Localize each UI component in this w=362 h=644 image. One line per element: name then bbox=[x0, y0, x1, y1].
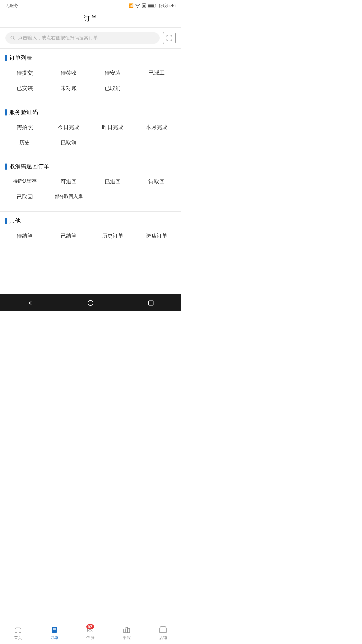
grid-item-今日完成[interactable]: 今日完成 bbox=[47, 120, 90, 135]
status-time: 傍晚5:46 bbox=[159, 3, 176, 9]
section-cancel-return-header: 取消需退回订单 bbox=[0, 157, 181, 174]
section-indicator-4 bbox=[5, 218, 7, 224]
battery-icon bbox=[148, 3, 157, 8]
search-placeholder: 点击输入，或点右侧按钮扫码搜索订单 bbox=[18, 35, 98, 41]
grid-item-已取回[interactable]: 已取回 bbox=[3, 190, 47, 205]
section-others-header: 其他 bbox=[0, 212, 181, 229]
grid-item-昨日完成[interactable]: 昨日完成 bbox=[90, 120, 134, 135]
wifi-icon bbox=[135, 3, 140, 8]
section-order-list-title: 订单列表 bbox=[9, 54, 32, 62]
sim-icon bbox=[142, 3, 146, 8]
svg-rect-1 bbox=[143, 5, 145, 7]
grid-item-待签收[interactable]: 待签收 bbox=[47, 66, 90, 81]
search-bar: 点击输入，或点右侧按钮扫码搜索订单 bbox=[0, 28, 181, 48]
others-grid: 待结算 已结算 历史订单 跨店订单 bbox=[0, 229, 181, 248]
grid-item-待结算[interactable]: 待结算 bbox=[3, 229, 47, 244]
search-icon bbox=[10, 35, 15, 41]
search-input-wrap[interactable]: 点击输入，或点右侧按钮扫码搜索订单 bbox=[5, 32, 160, 44]
main-content: 订单列表 待提交 待签收 待安装 已派工 已安装 未对账 已取消 服务验证码 需… bbox=[0, 49, 181, 274]
grid-item-已取消-2[interactable]: 已取消 bbox=[47, 135, 90, 150]
scan-button[interactable] bbox=[163, 32, 176, 44]
grid-item-已结算[interactable]: 已结算 bbox=[47, 229, 90, 244]
section-indicator-2 bbox=[5, 109, 7, 116]
grid-item-待确认留存[interactable]: 待确认留存 bbox=[3, 174, 47, 190]
section-cancel-return: 取消需退回订单 待确认留存 可退回 已退回 待取回 已取回 部分取回入库 bbox=[0, 157, 181, 212]
section-cancel-return-title: 取消需退回订单 bbox=[9, 163, 49, 170]
bluetooth-icon: 📶 bbox=[129, 3, 134, 8]
svg-point-19 bbox=[88, 301, 93, 306]
section-service-code-title: 服务验证码 bbox=[9, 108, 38, 116]
svg-rect-20 bbox=[148, 301, 153, 305]
status-right-icons: 📶 傍晚5:46 bbox=[129, 3, 176, 9]
section-others-title: 其他 bbox=[9, 217, 21, 225]
grid-item-待取回[interactable]: 待取回 bbox=[134, 174, 178, 190]
back-button[interactable] bbox=[26, 299, 34, 307]
grid-item-历史[interactable]: 历史 bbox=[3, 135, 47, 150]
section-service-code-header: 服务验证码 bbox=[0, 103, 181, 120]
page-title: 订单 bbox=[0, 11, 181, 27]
section-indicator-1 bbox=[5, 55, 7, 61]
grid-item-需拍照[interactable]: 需拍照 bbox=[3, 120, 47, 135]
system-nav-bar bbox=[0, 294, 181, 311]
grid-item-跨店订单[interactable]: 跨店订单 bbox=[134, 229, 178, 244]
service-code-grid: 需拍照 今日完成 昨日完成 本月完成 历史 已取消 bbox=[0, 120, 181, 154]
status-bar: 无服务 📶 傍晚5:46 bbox=[0, 0, 181, 11]
section-order-list-header: 订单列表 bbox=[0, 49, 181, 66]
grid-item-已退回[interactable]: 已退回 bbox=[90, 174, 134, 190]
grid-item-待提交[interactable]: 待提交 bbox=[3, 66, 47, 81]
section-service-code: 服务验证码 需拍照 今日完成 昨日完成 本月完成 历史 已取消 bbox=[0, 103, 181, 157]
grid-item-未对账[interactable]: 未对账 bbox=[47, 81, 90, 96]
order-list-grid: 待提交 待签收 待安装 已派工 已安装 未对账 已取消 bbox=[0, 66, 181, 100]
grid-item-可退回[interactable]: 可退回 bbox=[47, 174, 90, 190]
cancel-return-grid: 待确认留存 可退回 已退回 待取回 已取回 部分取回入库 bbox=[0, 174, 181, 209]
grid-item-已取消-1[interactable]: 已取消 bbox=[90, 81, 134, 96]
grid-item-历史订单[interactable]: 历史订单 bbox=[90, 229, 134, 244]
recents-button[interactable] bbox=[147, 299, 155, 307]
scan-icon bbox=[166, 35, 173, 41]
svg-point-4 bbox=[11, 36, 14, 39]
svg-line-5 bbox=[13, 39, 15, 40]
status-no-service: 无服务 bbox=[5, 3, 18, 9]
section-order-list: 订单列表 待提交 待签收 待安装 已派工 已安装 未对账 已取消 bbox=[0, 49, 181, 103]
grid-item-已派工[interactable]: 已派工 bbox=[134, 66, 178, 81]
grid-item-待安装[interactable]: 待安装 bbox=[90, 66, 134, 81]
grid-item-本月完成[interactable]: 本月完成 bbox=[134, 120, 178, 135]
svg-rect-3 bbox=[148, 5, 154, 7]
grid-item-部分取回入库[interactable]: 部分取回入库 bbox=[47, 190, 90, 205]
section-indicator-3 bbox=[5, 163, 7, 170]
section-others: 其他 待结算 已结算 历史订单 跨店订单 bbox=[0, 212, 181, 251]
grid-item-已安装[interactable]: 已安装 bbox=[3, 81, 47, 96]
home-button[interactable] bbox=[86, 299, 95, 307]
